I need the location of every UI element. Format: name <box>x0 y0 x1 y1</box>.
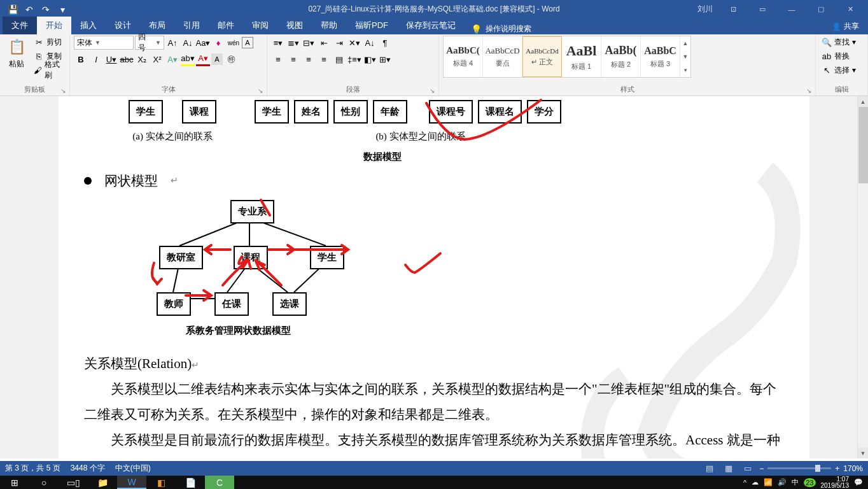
find-button[interactable]: 🔍查找 ▾ <box>820 36 858 48</box>
scroll-down-icon[interactable]: ▼ <box>858 448 868 458</box>
zoom-out-icon[interactable]: − <box>759 464 764 473</box>
style-gallery-more[interactable]: ▲▼▾ <box>680 36 690 77</box>
camtasia-icon[interactable]: C <box>205 476 234 489</box>
align-right-icon[interactable]: ≡ <box>302 52 316 66</box>
char-border-icon[interactable]: A <box>242 37 253 48</box>
tab-references[interactable]: 引用 <box>174 17 209 34</box>
notifications-icon[interactable]: 💬 <box>854 478 863 486</box>
align-justify-icon[interactable]: ≡ <box>317 52 331 66</box>
document-area[interactable]: 学生 课程 (a) 实体之间的联系 学生 姓名 性别 年龄 课程号 课程名 学分 <box>0 96 868 458</box>
launcher-icon[interactable]: ↘ <box>258 87 263 94</box>
highlight-icon[interactable]: ab▾ <box>181 52 195 66</box>
style-heading1[interactable]: AaBl标题 1 <box>562 36 601 77</box>
status-page[interactable]: 第 3 页，共 5 页 <box>5 463 60 474</box>
zoom-level[interactable]: 170% <box>843 464 863 473</box>
font-name-combo[interactable]: 宋体▼ <box>74 36 134 50</box>
tab-insert[interactable]: 插入 <box>71 17 106 34</box>
style-heading4[interactable]: AaBbC(标题 4 <box>444 36 483 77</box>
grow-font-icon[interactable]: A↑ <box>165 36 179 50</box>
increase-indent-icon[interactable]: ⇥ <box>332 36 346 50</box>
file-explorer-icon[interactable]: 📁 <box>88 476 117 489</box>
italic-button[interactable]: I <box>89 52 103 66</box>
style-heading2[interactable]: AaBb(标题 2 <box>601 36 641 77</box>
tab-cloud-save[interactable]: 保存到云笔记 <box>397 17 465 34</box>
clock[interactable]: 1:072019/5/13 <box>821 476 850 489</box>
tab-help[interactable]: 帮助 <box>312 17 346 34</box>
user-name[interactable]: 刘川 <box>697 4 713 15</box>
asian-layout-icon[interactable]: ✕▾ <box>347 36 361 50</box>
maximize-icon[interactable]: ▢ <box>808 1 834 18</box>
enclose-char-icon[interactable]: ㊕ <box>224 52 238 66</box>
style-gallery[interactable]: AaBbC(标题 4 AaBbCcD要点 AaBbCcDd↵ 正文 AaBl标题… <box>443 36 691 78</box>
shading-icon[interactable]: ◧▾ <box>363 52 377 66</box>
share-button[interactable]: 👤 共享 <box>823 18 868 34</box>
paste-button[interactable]: 📋 粘贴 <box>4 36 29 71</box>
wifi-icon[interactable]: 📶 <box>764 478 773 486</box>
sort-icon[interactable]: A↓ <box>363 36 377 50</box>
launcher-icon[interactable]: ↘ <box>430 87 435 94</box>
char-shading-icon[interactable]: A <box>211 53 223 65</box>
status-language[interactable]: 中文(中国) <box>115 463 151 474</box>
user-avatar-icon[interactable]: ⊡ <box>720 1 746 18</box>
tab-view[interactable]: 视图 <box>277 17 312 34</box>
ribbon-options-icon[interactable]: ▭ <box>750 1 775 18</box>
launcher-icon[interactable]: ↘ <box>806 87 811 94</box>
replace-button[interactable]: ab替换 <box>820 50 858 62</box>
clear-format-icon[interactable]: ♦ <box>211 36 225 50</box>
ime-indicator[interactable]: 中 <box>792 478 799 487</box>
align-center-icon[interactable]: ≡ <box>286 52 300 66</box>
format-painter-button[interactable]: 🖌格式刷 <box>32 64 66 76</box>
read-mode-icon[interactable]: ▤ <box>702 462 717 475</box>
tab-file[interactable]: 文件 <box>3 17 37 34</box>
undo-icon[interactable]: ↶ <box>22 2 37 17</box>
vertical-scrollbar[interactable]: ▲ ▼ <box>857 96 868 458</box>
numbering-icon[interactable]: ≣▾ <box>286 36 300 50</box>
text-effects-icon[interactable]: A▾ <box>165 52 179 66</box>
multilevel-list-icon[interactable]: ⊟▾ <box>302 36 316 50</box>
tray-badge[interactable]: 23 <box>804 478 815 487</box>
change-case-icon[interactable]: Aa▾ <box>196 36 210 50</box>
show-marks-icon[interactable]: ¶ <box>378 36 392 50</box>
shrink-font-icon[interactable]: A↓ <box>181 36 195 50</box>
scroll-thumb[interactable] <box>858 107 868 183</box>
tell-me-search[interactable]: 💡 操作说明搜索 <box>465 24 538 34</box>
cortana-icon[interactable]: ○ <box>29 476 59 489</box>
close-icon[interactable]: ✕ <box>837 1 863 18</box>
save-icon[interactable]: 💾 <box>5 2 20 17</box>
style-normal[interactable]: AaBbCcDd↵ 正文 <box>522 36 562 77</box>
phonetic-guide-icon[interactable]: wén <box>227 36 241 50</box>
underline-button[interactable]: U▾ <box>104 52 118 66</box>
align-left-icon[interactable]: ≡ <box>271 52 285 66</box>
subscript-button[interactable]: X₂ <box>135 52 149 66</box>
scroll-up-icon[interactable]: ▲ <box>858 96 868 107</box>
tab-design[interactable]: 设计 <box>106 17 140 34</box>
tray-expand-icon[interactable]: ^ <box>743 479 746 486</box>
style-emphasis[interactable]: AaBbCcD要点 <box>483 36 522 77</box>
zoom-slider[interactable] <box>767 467 831 469</box>
tab-foxit-pdf[interactable]: 福昕PDF <box>346 17 397 34</box>
page[interactable]: 学生 课程 (a) 实体之间的联系 学生 姓名 性别 年龄 课程号 课程名 学分 <box>59 96 809 458</box>
strikethrough-button[interactable]: abc <box>120 52 134 66</box>
bullets-icon[interactable]: ≡▾ <box>271 36 285 50</box>
zoom-handle[interactable] <box>815 465 820 472</box>
tab-review[interactable]: 审阅 <box>243 17 277 34</box>
start-button[interactable]: ⊞ <box>0 476 29 489</box>
onedrive-icon[interactable]: ☁ <box>752 478 759 486</box>
status-word-count[interactable]: 3448 个字 <box>71 463 105 474</box>
font-size-combo[interactable]: 四号▼ <box>135 36 164 50</box>
launcher-icon[interactable]: ↘ <box>60 87 66 94</box>
minimize-icon[interactable]: — <box>779 1 804 18</box>
superscript-button[interactable]: X² <box>150 52 164 66</box>
redo-icon[interactable]: ↷ <box>38 2 53 17</box>
tab-home[interactable]: 开始 <box>37 17 71 34</box>
task-view-icon[interactable]: ▭▯ <box>59 476 88 489</box>
borders-icon[interactable]: ⊞▾ <box>378 52 392 66</box>
notepad-icon[interactable]: 📄 <box>176 476 205 489</box>
qat-more-icon[interactable]: ▾ <box>55 2 70 17</box>
volume-icon[interactable]: 🔊 <box>778 478 787 486</box>
cut-button[interactable]: ✂剪切 <box>32 36 66 48</box>
print-layout-icon[interactable]: ▦ <box>721 462 736 475</box>
tab-mailings[interactable]: 邮件 <box>209 17 243 34</box>
web-layout-icon[interactable]: ▭ <box>740 462 755 475</box>
zoom-in-icon[interactable]: + <box>835 464 839 473</box>
